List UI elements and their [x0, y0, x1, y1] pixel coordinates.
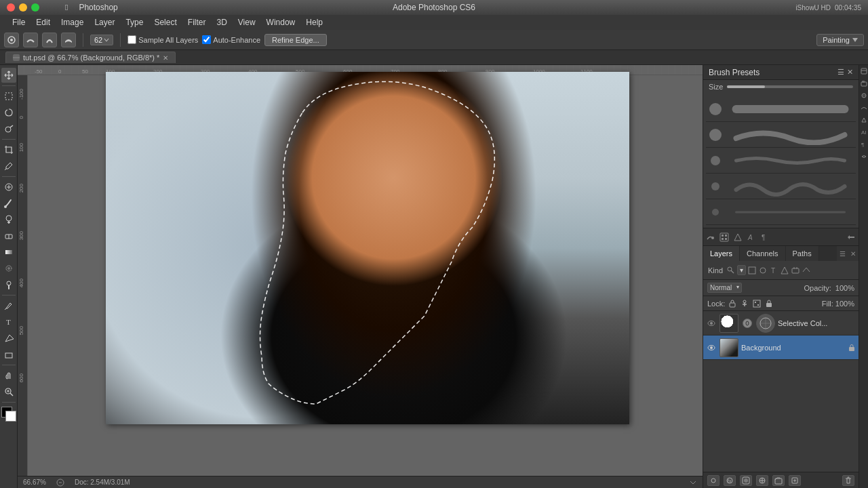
brush-preset-1[interactable] — [706, 96, 856, 122]
layers-panel-close[interactable]: ✕ — [848, 246, 859, 261]
menu-3d[interactable]: 3D — [211, 16, 232, 28]
sample-all-layers-opt[interactable]: Sample All Layers — [127, 35, 198, 44]
refine-edge-button[interactable]: Refine Edge... — [264, 34, 327, 46]
crop-tool[interactable] — [1, 142, 16, 157]
brush-tool-btn[interactable] — [4, 33, 19, 47]
path-selection-tool[interactable] — [1, 331, 16, 346]
brush-btn-3[interactable] — [61, 33, 76, 47]
brush-bottom-icon-6[interactable] — [846, 232, 856, 242]
apple-icon[interactable]:  — [60, 3, 73, 12]
brush-btn-1[interactable] — [23, 33, 38, 47]
brush-btn-2[interactable] — [42, 33, 57, 47]
brush-bottom-icon-2[interactable] — [719, 232, 729, 242]
eraser-tool[interactable] — [1, 228, 16, 243]
new-group-btn[interactable] — [772, 475, 785, 486]
panel-icon-2[interactable] — [861, 80, 867, 87]
healing-tool[interactable] — [1, 180, 16, 195]
status-arrow[interactable] — [689, 479, 697, 487]
menu-view[interactable]: View — [233, 16, 261, 28]
brush-tool[interactable] — [1, 196, 16, 211]
menu-file[interactable]: File — [7, 16, 31, 28]
move-tool[interactable] — [1, 68, 16, 83]
kind-icon-pixel[interactable] — [747, 266, 757, 275]
marquee-tool[interactable] — [1, 89, 16, 104]
brush-bottom-icon-3[interactable] — [733, 232, 743, 242]
zoom-tool[interactable] — [1, 384, 16, 399]
lock-position-icon[interactable] — [740, 299, 749, 308]
maximize-button[interactable] — [31, 3, 39, 12]
panel-icon-5[interactable] — [861, 117, 867, 123]
brush-bottom-icon-4[interactable]: A — [747, 232, 756, 242]
kind-icon-shape[interactable] — [780, 266, 789, 275]
panel-icon-4[interactable] — [861, 104, 867, 111]
panel-icon-6[interactable]: AI — [861, 129, 867, 136]
panel-icon-1[interactable] — [861, 68, 867, 75]
brush-bottom-icon-1[interactable] — [706, 232, 715, 242]
auto-enhance-checkbox[interactable] — [202, 35, 211, 44]
kind-icon-smart[interactable] — [791, 266, 800, 275]
menu-layer[interactable]: Layer — [89, 16, 120, 28]
panel-icon-3[interactable] — [861, 92, 867, 99]
background-color[interactable] — [5, 411, 16, 422]
app-name[interactable]: Photoshop — [73, 3, 123, 12]
auto-enhance-opt[interactable]: Auto-Enhance — [202, 35, 260, 44]
brush-panel-close[interactable]: ✕ — [847, 68, 853, 77]
add-mask-btn[interactable] — [740, 475, 752, 486]
sample-all-layers-checkbox[interactable] — [127, 35, 136, 44]
layers-panel-menu[interactable]: ☰ — [837, 246, 848, 261]
kind-icon-adjust[interactable] — [758, 266, 768, 275]
brush-preset-3[interactable] — [706, 148, 856, 174]
text-tool[interactable]: T — [1, 314, 16, 329]
layer-visibility-selective[interactable] — [706, 318, 717, 329]
dodge-tool[interactable] — [1, 277, 16, 292]
opacity-value[interactable]: 100% — [835, 284, 854, 292]
eyedropper-tool[interactable] — [1, 159, 16, 174]
lock-pixels-icon[interactable] — [728, 299, 737, 308]
layer-item-background[interactable]: Background — [703, 336, 859, 360]
menu-filter[interactable]: Filter — [182, 16, 212, 28]
doc-tab-close[interactable]: ✕ — [163, 54, 168, 62]
panel-icon-7[interactable]: ¶ — [861, 141, 867, 148]
menu-type[interactable]: Type — [120, 16, 149, 28]
close-button[interactable] — [7, 3, 15, 12]
new-layer-btn[interactable] — [789, 475, 801, 486]
blur-tool[interactable] — [1, 261, 16, 276]
tab-channels[interactable]: Channels — [740, 246, 785, 261]
lasso-tool[interactable] — [1, 105, 16, 120]
add-adjustment-btn[interactable] — [756, 475, 768, 486]
panel-icon-8[interactable] — [861, 153, 867, 160]
layer-item-selective[interactable]: Selective Col... — [703, 311, 859, 336]
brush-panel-menu[interactable]: ☰ — [837, 68, 844, 77]
brush-preset-4[interactable] — [706, 174, 856, 199]
brush-size-slider[interactable] — [727, 85, 853, 88]
tab-layers[interactable]: Layers — [703, 246, 740, 261]
document-tab[interactable]: tut.psd @ 66.7% (Background, RGB/8*) * ✕ — [5, 52, 176, 63]
status-icon[interactable] — [56, 479, 64, 487]
menu-select[interactable]: Select — [149, 16, 182, 28]
kind-dropdown[interactable]: ▾ — [737, 265, 746, 275]
brush-bottom-icon-5[interactable]: ¶ — [760, 232, 770, 242]
menu-window[interactable]: Window — [261, 16, 301, 28]
kind-icon-extra[interactable] — [802, 266, 811, 275]
menu-image[interactable]: Image — [56, 16, 89, 28]
lock-all-icon[interactable] — [764, 299, 774, 308]
minimize-button[interactable] — [19, 3, 27, 12]
quick-selection-tool[interactable] — [1, 121, 16, 136]
pen-tool[interactable] — [1, 298, 16, 313]
menu-edit[interactable]: Edit — [31, 16, 56, 28]
gradient-tool[interactable] — [1, 245, 16, 260]
painting-select[interactable]: Painting — [816, 34, 864, 46]
brush-preset-2[interactable] — [706, 122, 856, 148]
layer-visibility-background[interactable] — [706, 342, 717, 353]
tab-paths[interactable]: Paths — [786, 246, 819, 261]
brush-size-display[interactable]: 62 — [90, 35, 113, 45]
fill-value[interactable]: 100% — [835, 300, 854, 308]
hand-tool[interactable] — [1, 368, 16, 383]
add-style-btn[interactable]: fx — [724, 475, 736, 486]
kind-icon-text[interactable]: T — [769, 266, 778, 275]
blend-mode-select[interactable]: Normal ▾ — [707, 283, 742, 293]
clone-tool[interactable] — [1, 212, 16, 227]
delete-layer-btn[interactable] — [842, 475, 854, 486]
link-layers-btn[interactable] — [707, 475, 719, 486]
menu-help[interactable]: Help — [300, 16, 328, 28]
